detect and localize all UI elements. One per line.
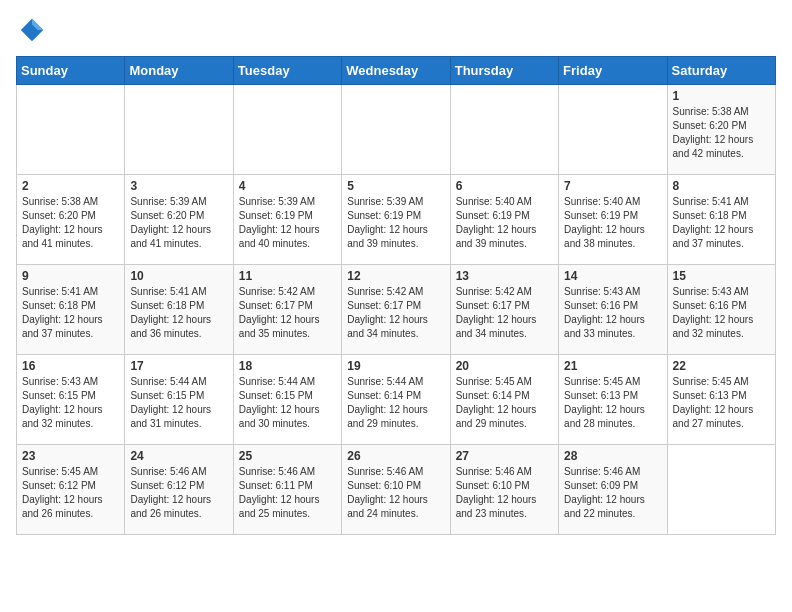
day-info: Sunrise: 5:38 AM Sunset: 6:20 PM Dayligh… [22, 195, 119, 251]
day-number: 5 [347, 179, 444, 193]
day-number: 28 [564, 449, 661, 463]
day-info: Sunrise: 5:39 AM Sunset: 6:19 PM Dayligh… [239, 195, 336, 251]
calendar-day-cell: 14Sunrise: 5:43 AM Sunset: 6:16 PM Dayli… [559, 265, 667, 355]
day-number: 11 [239, 269, 336, 283]
weekday-header: Wednesday [342, 57, 450, 85]
calendar-day-cell: 10Sunrise: 5:41 AM Sunset: 6:18 PM Dayli… [125, 265, 233, 355]
day-info: Sunrise: 5:42 AM Sunset: 6:17 PM Dayligh… [347, 285, 444, 341]
day-info: Sunrise: 5:38 AM Sunset: 6:20 PM Dayligh… [673, 105, 770, 161]
logo [16, 16, 46, 48]
day-number: 6 [456, 179, 553, 193]
day-number: 22 [673, 359, 770, 373]
day-info: Sunrise: 5:42 AM Sunset: 6:17 PM Dayligh… [456, 285, 553, 341]
day-info: Sunrise: 5:40 AM Sunset: 6:19 PM Dayligh… [456, 195, 553, 251]
calendar-day-cell: 22Sunrise: 5:45 AM Sunset: 6:13 PM Dayli… [667, 355, 775, 445]
calendar-week-row: 9Sunrise: 5:41 AM Sunset: 6:18 PM Daylig… [17, 265, 776, 355]
calendar-day-cell: 4Sunrise: 5:39 AM Sunset: 6:19 PM Daylig… [233, 175, 341, 265]
day-info: Sunrise: 5:42 AM Sunset: 6:17 PM Dayligh… [239, 285, 336, 341]
day-info: Sunrise: 5:46 AM Sunset: 6:09 PM Dayligh… [564, 465, 661, 521]
day-info: Sunrise: 5:45 AM Sunset: 6:14 PM Dayligh… [456, 375, 553, 431]
weekday-header: Thursday [450, 57, 558, 85]
calendar-week-row: 1Sunrise: 5:38 AM Sunset: 6:20 PM Daylig… [17, 85, 776, 175]
day-info: Sunrise: 5:44 AM Sunset: 6:15 PM Dayligh… [130, 375, 227, 431]
calendar-day-cell: 5Sunrise: 5:39 AM Sunset: 6:19 PM Daylig… [342, 175, 450, 265]
calendar-day-cell: 15Sunrise: 5:43 AM Sunset: 6:16 PM Dayli… [667, 265, 775, 355]
day-number: 10 [130, 269, 227, 283]
page-header [16, 16, 776, 48]
calendar-day-cell: 13Sunrise: 5:42 AM Sunset: 6:17 PM Dayli… [450, 265, 558, 355]
day-info: Sunrise: 5:45 AM Sunset: 6:13 PM Dayligh… [673, 375, 770, 431]
weekday-header: Friday [559, 57, 667, 85]
day-number: 14 [564, 269, 661, 283]
day-number: 4 [239, 179, 336, 193]
day-number: 24 [130, 449, 227, 463]
day-info: Sunrise: 5:41 AM Sunset: 6:18 PM Dayligh… [673, 195, 770, 251]
weekday-header: Sunday [17, 57, 125, 85]
calendar-day-cell: 11Sunrise: 5:42 AM Sunset: 6:17 PM Dayli… [233, 265, 341, 355]
calendar-day-cell: 20Sunrise: 5:45 AM Sunset: 6:14 PM Dayli… [450, 355, 558, 445]
day-number: 26 [347, 449, 444, 463]
calendar-day-cell: 25Sunrise: 5:46 AM Sunset: 6:11 PM Dayli… [233, 445, 341, 535]
calendar-day-cell: 21Sunrise: 5:45 AM Sunset: 6:13 PM Dayli… [559, 355, 667, 445]
calendar-day-cell [450, 85, 558, 175]
day-number: 3 [130, 179, 227, 193]
day-info: Sunrise: 5:39 AM Sunset: 6:19 PM Dayligh… [347, 195, 444, 251]
day-number: 17 [130, 359, 227, 373]
calendar-day-cell [233, 85, 341, 175]
day-info: Sunrise: 5:44 AM Sunset: 6:14 PM Dayligh… [347, 375, 444, 431]
day-number: 13 [456, 269, 553, 283]
calendar-day-cell: 19Sunrise: 5:44 AM Sunset: 6:14 PM Dayli… [342, 355, 450, 445]
calendar-day-cell: 9Sunrise: 5:41 AM Sunset: 6:18 PM Daylig… [17, 265, 125, 355]
day-info: Sunrise: 5:44 AM Sunset: 6:15 PM Dayligh… [239, 375, 336, 431]
weekday-header: Tuesday [233, 57, 341, 85]
day-number: 16 [22, 359, 119, 373]
day-info: Sunrise: 5:45 AM Sunset: 6:12 PM Dayligh… [22, 465, 119, 521]
calendar-day-cell: 1Sunrise: 5:38 AM Sunset: 6:20 PM Daylig… [667, 85, 775, 175]
day-info: Sunrise: 5:43 AM Sunset: 6:16 PM Dayligh… [673, 285, 770, 341]
day-info: Sunrise: 5:41 AM Sunset: 6:18 PM Dayligh… [22, 285, 119, 341]
day-info: Sunrise: 5:39 AM Sunset: 6:20 PM Dayligh… [130, 195, 227, 251]
calendar-day-cell: 27Sunrise: 5:46 AM Sunset: 6:10 PM Dayli… [450, 445, 558, 535]
day-number: 23 [22, 449, 119, 463]
calendar-day-cell: 7Sunrise: 5:40 AM Sunset: 6:19 PM Daylig… [559, 175, 667, 265]
calendar-day-cell: 28Sunrise: 5:46 AM Sunset: 6:09 PM Dayli… [559, 445, 667, 535]
calendar-day-cell: 2Sunrise: 5:38 AM Sunset: 6:20 PM Daylig… [17, 175, 125, 265]
day-number: 12 [347, 269, 444, 283]
calendar-table: SundayMondayTuesdayWednesdayThursdayFrid… [16, 56, 776, 535]
calendar-day-cell: 8Sunrise: 5:41 AM Sunset: 6:18 PM Daylig… [667, 175, 775, 265]
day-number: 1 [673, 89, 770, 103]
logo-icon [18, 16, 46, 44]
day-number: 2 [22, 179, 119, 193]
calendar-week-row: 16Sunrise: 5:43 AM Sunset: 6:15 PM Dayli… [17, 355, 776, 445]
calendar-day-cell: 18Sunrise: 5:44 AM Sunset: 6:15 PM Dayli… [233, 355, 341, 445]
calendar-day-cell [559, 85, 667, 175]
day-info: Sunrise: 5:46 AM Sunset: 6:11 PM Dayligh… [239, 465, 336, 521]
calendar-week-row: 2Sunrise: 5:38 AM Sunset: 6:20 PM Daylig… [17, 175, 776, 265]
calendar-day-cell: 24Sunrise: 5:46 AM Sunset: 6:12 PM Dayli… [125, 445, 233, 535]
calendar-day-cell [125, 85, 233, 175]
weekday-header: Monday [125, 57, 233, 85]
calendar-day-cell: 23Sunrise: 5:45 AM Sunset: 6:12 PM Dayli… [17, 445, 125, 535]
calendar-day-cell: 17Sunrise: 5:44 AM Sunset: 6:15 PM Dayli… [125, 355, 233, 445]
calendar-day-cell: 3Sunrise: 5:39 AM Sunset: 6:20 PM Daylig… [125, 175, 233, 265]
calendar-day-cell: 12Sunrise: 5:42 AM Sunset: 6:17 PM Dayli… [342, 265, 450, 355]
day-number: 19 [347, 359, 444, 373]
day-number: 15 [673, 269, 770, 283]
day-info: Sunrise: 5:40 AM Sunset: 6:19 PM Dayligh… [564, 195, 661, 251]
calendar-day-cell: 26Sunrise: 5:46 AM Sunset: 6:10 PM Dayli… [342, 445, 450, 535]
day-number: 27 [456, 449, 553, 463]
day-number: 9 [22, 269, 119, 283]
day-info: Sunrise: 5:43 AM Sunset: 6:15 PM Dayligh… [22, 375, 119, 431]
day-info: Sunrise: 5:43 AM Sunset: 6:16 PM Dayligh… [564, 285, 661, 341]
day-info: Sunrise: 5:46 AM Sunset: 6:12 PM Dayligh… [130, 465, 227, 521]
calendar-day-cell: 6Sunrise: 5:40 AM Sunset: 6:19 PM Daylig… [450, 175, 558, 265]
calendar-week-row: 23Sunrise: 5:45 AM Sunset: 6:12 PM Dayli… [17, 445, 776, 535]
calendar-header-row: SundayMondayTuesdayWednesdayThursdayFrid… [17, 57, 776, 85]
day-number: 18 [239, 359, 336, 373]
calendar-day-cell [342, 85, 450, 175]
day-info: Sunrise: 5:45 AM Sunset: 6:13 PM Dayligh… [564, 375, 661, 431]
day-info: Sunrise: 5:46 AM Sunset: 6:10 PM Dayligh… [347, 465, 444, 521]
calendar-day-cell [667, 445, 775, 535]
day-number: 8 [673, 179, 770, 193]
day-number: 7 [564, 179, 661, 193]
